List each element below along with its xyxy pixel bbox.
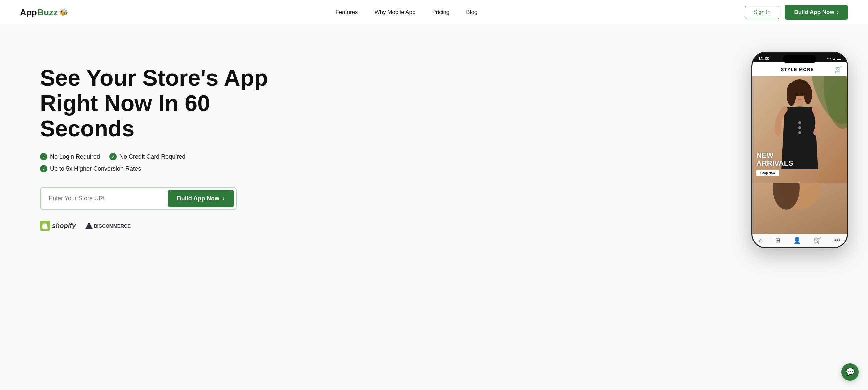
- nav-links: Features Why Mobile App Pricing Blog: [335, 9, 477, 16]
- hero-checks: ✓ No Login Required ✓ No Credit Card Req…: [40, 153, 273, 172]
- shopify-bag-icon: [40, 221, 50, 231]
- phone-cart-nav-icon[interactable]: 🛒: [814, 237, 821, 244]
- phone-user-icon[interactable]: 👤: [793, 237, 801, 244]
- shopify-logo: shopify: [40, 221, 76, 231]
- hero-section: See Your Store's App Right Now In 60 Sec…: [0, 25, 868, 390]
- phone-app-header: ☰ STYLE MORE 🛒: [752, 62, 847, 76]
- store-url-input[interactable]: [43, 190, 168, 207]
- phone-screen: ☰ STYLE MORE 🛒: [752, 62, 847, 247]
- check-no-login: ✓ No Login Required: [40, 153, 100, 160]
- wifi-icon: ▲: [832, 57, 836, 61]
- svg-point-5: [787, 83, 796, 106]
- logo-buzz: Buzz: [38, 7, 58, 18]
- build-app-hero-button[interactable]: Build App Now ›: [168, 190, 234, 207]
- checkmark-icon-1: ✓: [40, 153, 47, 160]
- svg-point-6: [804, 84, 812, 104]
- build-app-nav-button[interactable]: Build App Now ›: [785, 5, 848, 20]
- phone-cart-icon: 🛒: [834, 66, 842, 73]
- nav-features[interactable]: Features: [335, 9, 358, 15]
- navbar: AppBuzz🐝 Features Why Mobile App Pricing…: [0, 0, 868, 25]
- phone-status-icons: ▪▪▪ ▲ ▬: [827, 57, 841, 61]
- phone-grid-icon[interactable]: ⊞: [775, 237, 780, 244]
- phone-bottom-nav: ⌂ ⊞ 👤 🛒 •••: [752, 234, 847, 247]
- logo-bee-icon: 🐝: [59, 8, 68, 17]
- banner-new-arrivals: NEW ARRIVALS: [756, 151, 793, 167]
- svg-point-12: [801, 93, 804, 96]
- phone-more-icon[interactable]: •••: [834, 237, 841, 244]
- phone-bottom-section: ⌂ ⊞ 👤 🛒 •••: [752, 183, 847, 247]
- svg-point-11: [795, 93, 798, 96]
- hero-left: See Your Store's App Right Now In 60 Sec…: [40, 45, 273, 231]
- checkmark-icon-2: ✓: [109, 153, 117, 160]
- bigcommerce-logo: BIGCOMMERCE: [85, 222, 130, 229]
- phone-banner-overlay: NEW ARRIVALS Shop Now: [756, 151, 793, 176]
- hero-title: See Your Store's App Right Now In 60 Sec…: [40, 65, 273, 141]
- battery-icon: ▬: [837, 57, 841, 61]
- platform-logos: shopify BIGCOMMERCE: [40, 221, 273, 231]
- url-bar: Build App Now ›: [40, 187, 237, 210]
- nav-pricing[interactable]: Pricing: [432, 9, 450, 15]
- logo[interactable]: AppBuzz🐝: [20, 7, 68, 18]
- hero-phone-mockup: 11:30 ▪▪▪ ▲ ▬ ☰ STYLE MORE 🛒: [751, 45, 848, 248]
- phone-banner: NEW ARRIVALS Shop Now: [752, 76, 847, 183]
- chevron-right-icon-hero: ›: [223, 195, 225, 202]
- nav-right: Sign In Build App Now ›: [745, 5, 848, 20]
- phone-store-name: STYLE MORE: [781, 67, 814, 72]
- bigcommerce-triangle-icon: [85, 222, 93, 229]
- check-conversion: ✓ Up to 5x Higher Conversion Rates: [40, 165, 141, 172]
- nav-why-mobile-app[interactable]: Why Mobile App: [375, 9, 416, 15]
- phone-time: 11:30: [758, 56, 769, 61]
- check-no-cc: ✓ No Credit Card Required: [109, 153, 185, 160]
- signin-button[interactable]: Sign In: [745, 6, 780, 19]
- nav-blog[interactable]: Blog: [466, 9, 477, 15]
- chevron-right-icon: ›: [837, 9, 839, 15]
- svg-point-9: [798, 126, 801, 129]
- svg-point-10: [798, 131, 801, 134]
- phone-notch: [783, 55, 816, 63]
- chat-bubble[interactable]: 💬: [841, 363, 859, 381]
- phone-home-icon[interactable]: ⌂: [759, 237, 763, 244]
- check-row-2: ✓ Up to 5x Higher Conversion Rates: [40, 165, 273, 172]
- logo-app: App: [20, 7, 37, 18]
- phone-status-bar: 11:30 ▪▪▪ ▲ ▬: [752, 53, 847, 62]
- svg-point-8: [798, 121, 801, 124]
- checkmark-icon-3: ✓: [40, 165, 47, 172]
- shop-now-button[interactable]: Shop Now: [756, 170, 779, 176]
- phone-device: 11:30 ▪▪▪ ▲ ▬ ☰ STYLE MORE 🛒: [751, 52, 848, 248]
- signal-icon: ▪▪▪: [827, 57, 831, 61]
- chat-icon: 💬: [846, 368, 855, 376]
- check-row-1: ✓ No Login Required ✓ No Credit Card Req…: [40, 153, 273, 160]
